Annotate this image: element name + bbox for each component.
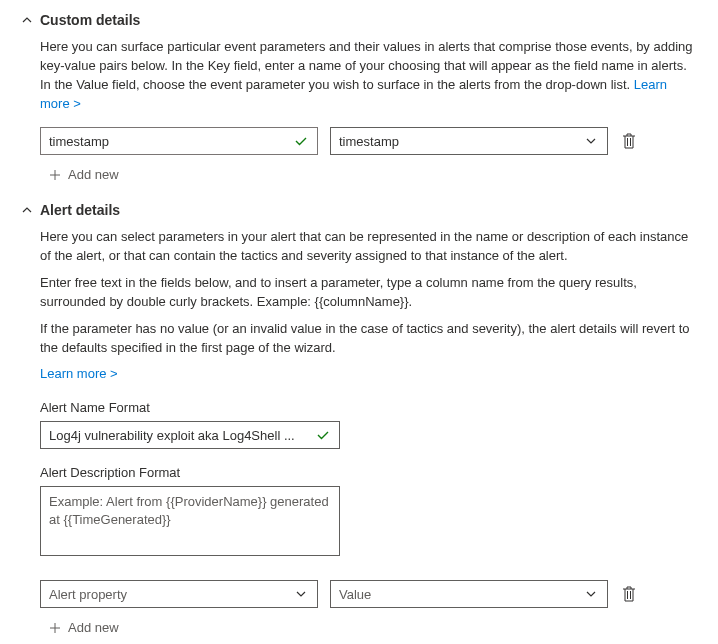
key-input[interactable]: timestamp — [40, 127, 318, 155]
alert-description-format-placeholder: Example: Alert from {{ProviderName}} gen… — [49, 494, 329, 527]
custom-details-add-new-label: Add new — [68, 167, 119, 182]
chevron-down-icon — [583, 133, 599, 149]
alert-description-format-input[interactable]: Example: Alert from {{ProviderName}} gen… — [40, 486, 340, 556]
alert-property-row: Alert property Value — [40, 580, 698, 608]
alert-details-section: Alert details Here you can select parame… — [20, 202, 698, 635]
custom-details-header[interactable]: Custom details — [20, 12, 698, 28]
chevron-up-icon — [20, 13, 34, 27]
key-input-value: timestamp — [49, 134, 293, 149]
alert-details-title: Alert details — [40, 202, 120, 218]
custom-details-description-text: Here you can surface particular event pa… — [40, 39, 693, 92]
alert-details-add-new-label: Add new — [68, 620, 119, 635]
alert-details-header[interactable]: Alert details — [20, 202, 698, 218]
check-icon — [293, 133, 309, 149]
alert-details-description1: Here you can select parameters in your a… — [40, 228, 698, 266]
plus-icon — [48, 621, 62, 635]
delete-row-button[interactable] — [620, 585, 638, 603]
alert-details-add-new-button[interactable]: Add new — [48, 620, 698, 635]
check-icon — [315, 427, 331, 443]
chevron-down-icon — [583, 586, 599, 602]
plus-icon — [48, 168, 62, 182]
custom-details-section: Custom details Here you can surface part… — [20, 12, 698, 182]
value-dropdown[interactable]: timestamp — [330, 127, 608, 155]
alert-property-dropdown[interactable]: Alert property — [40, 580, 318, 608]
delete-row-button[interactable] — [620, 132, 638, 150]
alert-name-format-label: Alert Name Format — [40, 400, 698, 415]
custom-details-row: timestamp timestamp — [40, 127, 698, 155]
alert-details-description2: Enter free text in the fields below, and… — [40, 274, 698, 312]
alert-details-description3: If the parameter has no value (or an inv… — [40, 320, 698, 358]
alert-name-format-value: Log4j vulnerability exploit aka Log4Shel… — [49, 428, 315, 443]
alert-description-format-label: Alert Description Format — [40, 465, 698, 480]
alert-details-learn-more-link[interactable]: Learn more > — [40, 366, 118, 381]
value-dropdown-value: timestamp — [339, 134, 583, 149]
alert-value-dropdown[interactable]: Value — [330, 580, 608, 608]
alert-details-body: Here you can select parameters in your a… — [40, 228, 698, 635]
custom-details-description: Here you can surface particular event pa… — [40, 38, 698, 113]
chevron-down-icon — [293, 586, 309, 602]
chevron-up-icon — [20, 203, 34, 217]
custom-details-add-new-button[interactable]: Add new — [48, 167, 698, 182]
alert-value-placeholder: Value — [339, 587, 583, 602]
custom-details-title: Custom details — [40, 12, 140, 28]
alert-name-format-input[interactable]: Log4j vulnerability exploit aka Log4Shel… — [40, 421, 340, 449]
alert-property-placeholder: Alert property — [49, 587, 293, 602]
custom-details-body: Here you can surface particular event pa… — [40, 38, 698, 182]
